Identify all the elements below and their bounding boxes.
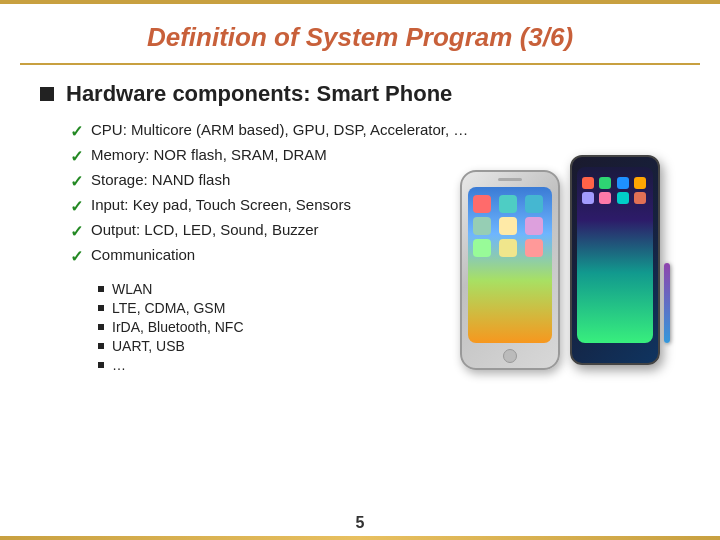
samsung-app-icon bbox=[599, 192, 611, 204]
app-icon bbox=[473, 239, 491, 257]
list-item-text: Storage: NAND flash bbox=[91, 171, 230, 188]
app-icon bbox=[525, 195, 543, 213]
section-title: Hardware components: Smart Phone bbox=[66, 81, 452, 107]
list-item-text: Input: Key pad, Touch Screen, Sensors bbox=[91, 196, 351, 213]
list-item-text: CPU: Multicore (ARM based), GPU, DSP, Ac… bbox=[91, 121, 468, 138]
app-icon bbox=[499, 217, 517, 235]
app-icon bbox=[473, 195, 491, 213]
section-bullet-square bbox=[40, 87, 54, 101]
sub-list-item-text: IrDA, Bluetooth, NFC bbox=[112, 319, 244, 335]
app-icon bbox=[473, 217, 491, 235]
app-icon bbox=[525, 217, 543, 235]
sub-bullet-icon bbox=[98, 305, 104, 311]
samsung-app-icon bbox=[599, 177, 611, 189]
checkmark-icon: ✓ bbox=[70, 247, 83, 266]
iphone-image bbox=[460, 170, 560, 370]
samsung-app-icon bbox=[582, 177, 594, 189]
bottom-border bbox=[0, 536, 720, 540]
list-item-text: Memory: NOR flash, SRAM, DRAM bbox=[91, 146, 327, 163]
app-icon bbox=[499, 239, 517, 257]
samsung-app-icon bbox=[617, 177, 629, 189]
app-icon bbox=[499, 195, 517, 213]
iphone-app-icons bbox=[468, 187, 552, 265]
samsung-stylus-pen bbox=[664, 263, 670, 343]
title-section: Definition of System Program (3/6) bbox=[20, 4, 700, 65]
sub-list-item-text: LTE, CDMA, GSM bbox=[112, 300, 225, 316]
checkmark-icon: ✓ bbox=[70, 172, 83, 191]
slide-title: Definition of System Program (3/6) bbox=[60, 22, 660, 53]
sub-list-item-text: … bbox=[112, 357, 126, 373]
samsung-app-icon bbox=[617, 192, 629, 204]
iphone-home-button bbox=[503, 349, 517, 363]
phones-illustration bbox=[420, 75, 700, 425]
content-area: Hardware components: Smart Phone ✓ CPU: … bbox=[0, 65, 720, 506]
slide: Definition of System Program (3/6) Hardw… bbox=[0, 0, 720, 540]
checkmark-icon: ✓ bbox=[70, 122, 83, 141]
bottom-area: 5 bbox=[0, 506, 720, 540]
checkmark-icon: ✓ bbox=[70, 147, 83, 166]
checkmark-icon: ✓ bbox=[70, 222, 83, 241]
samsung-screen bbox=[577, 167, 653, 343]
samsung-app-icon bbox=[582, 192, 594, 204]
samsung-app-icon bbox=[634, 177, 646, 189]
samsung-image bbox=[570, 155, 660, 365]
sub-bullet-icon bbox=[98, 343, 104, 349]
app-icon bbox=[525, 239, 543, 257]
sub-bullet-icon bbox=[98, 362, 104, 368]
sub-bullet-icon bbox=[98, 324, 104, 330]
sub-list-item-text: UART, USB bbox=[112, 338, 185, 354]
page-number: 5 bbox=[356, 514, 365, 532]
sub-list-item-text: WLAN bbox=[112, 281, 152, 297]
checkmark-icon: ✓ bbox=[70, 197, 83, 216]
sub-bullet-icon bbox=[98, 286, 104, 292]
iphone-speaker bbox=[498, 178, 522, 181]
samsung-app-icon bbox=[634, 192, 646, 204]
list-item-text: Output: LCD, LED, Sound, Buzzer bbox=[91, 221, 319, 238]
list-item-text: Communication bbox=[91, 246, 195, 263]
iphone-screen bbox=[468, 187, 552, 343]
